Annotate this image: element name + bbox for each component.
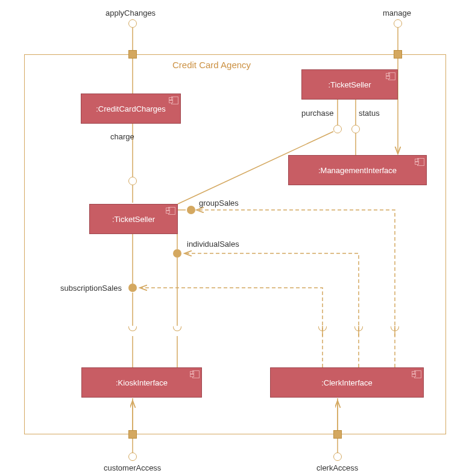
- interface-manage: [394, 19, 402, 28]
- label-purchase: purchase: [301, 109, 333, 118]
- label-group-sales: groupSales: [199, 198, 239, 208]
- interface-subscription-sales: [128, 284, 137, 292]
- component-label: :ManagementInterface: [318, 166, 397, 175]
- interface-charge: [128, 177, 137, 185]
- label-charge: charge: [110, 132, 134, 141]
- port-apply-changes: [128, 50, 137, 59]
- component-label: :TicketSeller: [112, 215, 155, 224]
- component-label: :ClerkInterface: [321, 378, 373, 387]
- label-manage: manage: [383, 8, 411, 17]
- interface-individual-sales: [173, 249, 181, 258]
- component-ticket-seller-top: :TicketSeller: [301, 69, 398, 100]
- component-label: :KioskInterface: [116, 378, 168, 387]
- component-icon: [190, 370, 200, 378]
- interface-clerk-access: [333, 452, 342, 461]
- port-customer-access: [128, 430, 137, 439]
- label-clerk-access: clerkAccess: [316, 463, 358, 472]
- label-individual-sales: individualSales: [187, 240, 239, 249]
- component-ticket-seller-mid: :TicketSeller: [89, 204, 178, 234]
- label-subscription-sales: subscriptionSales: [60, 284, 122, 293]
- port-manage: [394, 50, 402, 59]
- interface-group-sales: [187, 206, 195, 214]
- interface-purchase: [333, 125, 342, 133]
- component-clerk-interface: :ClerkInterface: [270, 367, 424, 398]
- label-customer-access: customerAccess: [104, 463, 161, 472]
- port-clerk-access: [333, 430, 342, 439]
- component-icon: [412, 370, 421, 378]
- interface-customer-access: [128, 452, 137, 461]
- component-icon: [415, 157, 424, 165]
- component-icon: [166, 206, 175, 214]
- interface-apply-changes: [128, 19, 137, 28]
- component-credit-card-charges: :CreditCardCharges: [81, 94, 181, 124]
- component-icon: [386, 72, 395, 80]
- interface-status: [351, 125, 360, 133]
- label-apply-changes: applyChanges: [105, 8, 156, 17]
- component-label: :TicketSeller: [328, 80, 371, 89]
- component-icon: [169, 96, 178, 104]
- label-status: status: [359, 109, 380, 118]
- container-title: Credit Card Agency: [172, 60, 251, 70]
- component-kiosk-interface: :KioskInterface: [81, 367, 202, 398]
- component-management-interface: :ManagementInterface: [288, 155, 427, 185]
- component-label: :CreditCardCharges: [96, 104, 166, 113]
